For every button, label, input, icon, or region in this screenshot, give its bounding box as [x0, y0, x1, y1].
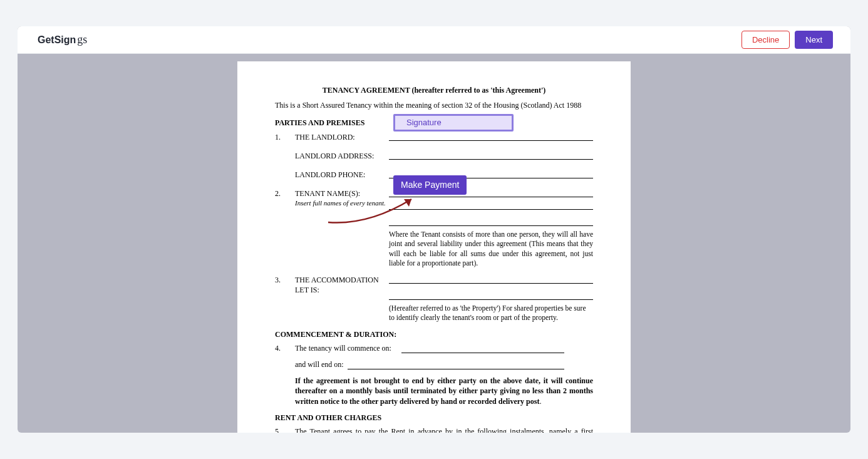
landlord-phone-label: LANDLORD PHONE: — [295, 170, 389, 180]
brand-script: gs — [77, 33, 87, 46]
landlord-address-label: LANDLORD ADDRESS: — [295, 151, 389, 161]
landlord-field[interactable] — [389, 132, 593, 141]
tenant-field[interactable] — [389, 217, 593, 226]
item-number: 3. — [275, 275, 295, 285]
document-page: TENANCY AGREEMENT (hereafter referred to… — [237, 61, 631, 433]
document-stage: TENANCY AGREEMENT (hereafter referred to… — [18, 61, 850, 433]
signature-field[interactable]: Signature — [393, 114, 514, 132]
item-number: 5. — [275, 426, 295, 433]
section-commencement: COMMENCEMENT & DURATION: — [275, 329, 593, 339]
brand-text: GetSign — [38, 34, 76, 46]
commence-label: The tenancy will commence on: — [295, 343, 401, 353]
end-label: and will end on: — [295, 359, 348, 369]
commence-date-field[interactable] — [401, 344, 564, 353]
app-frame: GetSign gs Decline Next TENANCY AGREEMEN… — [18, 26, 850, 433]
payment-label: Make Payment — [401, 180, 459, 190]
landlord-label: THE LANDLORD: — [295, 132, 389, 142]
decline-button[interactable]: Decline — [741, 31, 790, 49]
item-number: 2. — [275, 188, 295, 199]
brand-logo: GetSign gs — [38, 33, 87, 46]
doc-title: TENANCY AGREEMENT (hereafter referred to… — [275, 85, 593, 95]
item-number: 4. — [275, 343, 295, 353]
topbar: GetSign gs Decline Next — [18, 26, 850, 54]
rent-paragraph: The Tenant agrees to pay the Rent in adv… — [295, 426, 593, 433]
doc-intro: This is a Short Assured Tenancy within t… — [275, 100, 593, 110]
accommodation-label: THE ACCOMMODATION LET IS: — [295, 275, 389, 295]
tenant-field[interactable] — [389, 201, 593, 210]
tenant-hint: Insert full names of every tenant. — [295, 199, 389, 208]
landlord-address-field[interactable] — [389, 151, 593, 160]
tenant-label: TENANT NAME(S): — [295, 188, 389, 199]
accommodation-field[interactable] — [389, 275, 593, 284]
item-number: 1. — [275, 132, 295, 142]
make-payment-button[interactable]: Make Payment — [393, 175, 467, 195]
commence-note: If the agreement is not brought to end b… — [295, 376, 593, 405]
next-button[interactable]: Next — [795, 31, 833, 49]
section-rent: RENT AND OTHER CHARGES — [275, 413, 593, 423]
accommodation-field[interactable] — [389, 291, 593, 300]
signature-label: Signature — [406, 117, 442, 128]
top-actions: Decline Next — [741, 31, 833, 49]
accommodation-note: (Hereafter referred to as 'the Property'… — [389, 304, 593, 323]
tenant-note: Where the Tenant consists of more than o… — [389, 230, 593, 269]
end-date-field[interactable] — [348, 361, 564, 369]
